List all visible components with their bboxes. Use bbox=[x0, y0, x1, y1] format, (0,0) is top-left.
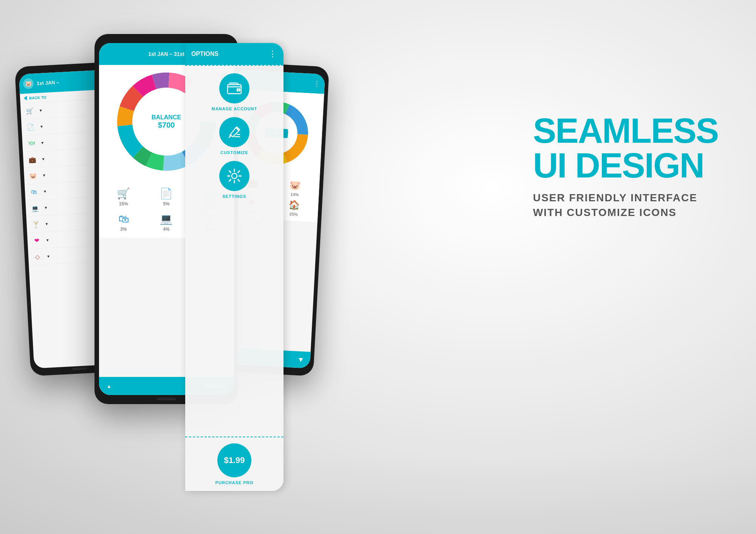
icon-cell-laptop: 💻 4% bbox=[145, 210, 187, 235]
doc-icon: 📄 bbox=[160, 187, 173, 200]
arrow-icon: ▼ bbox=[44, 205, 48, 210]
laptop-icon: 💻 bbox=[29, 202, 40, 213]
home-button[interactable] bbox=[72, 367, 87, 370]
right-text-section: SEAMLESS UI DESIGN USER FRIENDLY INTERFA… bbox=[533, 113, 718, 220]
customize-label: CUSTOMIZE bbox=[220, 150, 248, 155]
arrow-icon: ▼ bbox=[45, 222, 48, 226]
pct-home: 25% bbox=[289, 211, 298, 216]
down-arrow-icon: ▼ bbox=[297, 356, 304, 364]
icon-cell-doc: 📄 5% bbox=[145, 184, 187, 210]
manage-account-option[interactable]: MANAGE ACCOUNT bbox=[212, 73, 257, 111]
options-header: OPTIONS ⋮ bbox=[185, 43, 284, 65]
home-icon: 🏠 bbox=[288, 199, 300, 211]
svg-point-19 bbox=[232, 173, 237, 179]
customize-svg bbox=[226, 124, 243, 140]
balance-display: BALANCE $700 bbox=[152, 114, 181, 130]
manage-account-label: MANAGE ACCOUNT bbox=[212, 106, 257, 111]
cart-icon: 🛒 bbox=[24, 105, 35, 116]
purchase-label: PURCHASE PRO bbox=[215, 480, 254, 485]
headline-line2: UI DESIGN bbox=[533, 148, 718, 183]
options-title: OPTIONS bbox=[191, 51, 218, 57]
laptop-icon: 💻 bbox=[160, 213, 173, 225]
arrow-icon: ▼ bbox=[41, 157, 45, 161]
arrow-icon: ▼ bbox=[46, 238, 50, 242]
arrow-icon: ▼ bbox=[39, 108, 43, 113]
settings-label: SETTINGS bbox=[222, 194, 246, 199]
pct-label: 3% bbox=[120, 227, 127, 232]
purchase-section: $1.99 PURCHASE PRO bbox=[185, 437, 284, 491]
icon-cell-bag: 🛍 3% bbox=[102, 210, 145, 235]
bag-icon: 🛍 bbox=[28, 186, 39, 197]
left-header-title: 1st JAN – bbox=[37, 79, 59, 86]
arrow-icon: ▼ bbox=[40, 140, 44, 145]
pct-label: 4% bbox=[163, 227, 169, 232]
piggy-icon: 🐷 bbox=[289, 180, 301, 191]
icon-cell-cart: 🛒 15% bbox=[102, 184, 145, 210]
doc-icon: 📄 bbox=[25, 122, 36, 133]
arrow-icon: ▼ bbox=[40, 124, 43, 129]
dining-icon: 🍽 bbox=[26, 138, 37, 149]
right-menu-icon[interactable]: ⋮ bbox=[313, 79, 320, 88]
customize-option[interactable]: CUSTOMIZE bbox=[219, 117, 249, 155]
center-header-text: 1st JAN – 31st bbox=[148, 51, 184, 57]
purchase-button[interactable]: $1.99 bbox=[217, 443, 251, 477]
bag-icon: 🛍 bbox=[118, 213, 129, 225]
options-body: MANAGE ACCOUNT CUSTOMIZE bbox=[185, 66, 284, 437]
headline-line1: SEAMLESS bbox=[533, 113, 718, 148]
back-arrow-icon bbox=[24, 96, 27, 100]
health-icon: ❤ bbox=[31, 235, 42, 246]
purchase-price: $1.99 bbox=[224, 455, 245, 465]
arrow-icon: ▼ bbox=[43, 189, 47, 194]
up-arrow-icon: ▲ bbox=[107, 383, 112, 389]
settings-svg bbox=[226, 168, 243, 184]
back-label: BACK TO bbox=[29, 95, 46, 100]
left-header-icon: 🐷 bbox=[23, 78, 34, 89]
wallet-svg bbox=[226, 80, 243, 97]
balance-amount: $700 bbox=[152, 121, 181, 130]
drink-icon: 🍸 bbox=[30, 219, 41, 230]
options-menu-icon[interactable]: ⋮ bbox=[268, 49, 277, 59]
cart-icon: 🛒 bbox=[117, 187, 130, 200]
svg-point-14 bbox=[238, 90, 239, 91]
settings-option[interactable]: SETTINGS bbox=[219, 161, 249, 199]
diamond-icon: ◇ bbox=[32, 251, 43, 262]
briefcase-icon: 💼 bbox=[27, 154, 38, 165]
home-button[interactable] bbox=[157, 398, 176, 400]
customize-icon bbox=[219, 117, 249, 147]
pct-label: 15% bbox=[119, 201, 128, 207]
settings-icon bbox=[219, 161, 249, 191]
pct-piggy: 14% bbox=[290, 192, 299, 197]
balance-label: BALANCE bbox=[152, 114, 181, 121]
piggy-icon: 🐷 bbox=[28, 170, 39, 181]
arrow-icon: ▼ bbox=[46, 254, 50, 259]
pct-label: 5% bbox=[163, 201, 169, 207]
manage-account-icon bbox=[219, 73, 249, 103]
arrow-icon: ▼ bbox=[42, 173, 46, 177]
sub-heading: USER FRIENDLY INTERFACEWITH CUSTOMIZE IC… bbox=[533, 190, 718, 220]
options-overlay: OPTIONS ⋮ MANAGE ACCOUNT bbox=[185, 43, 284, 491]
